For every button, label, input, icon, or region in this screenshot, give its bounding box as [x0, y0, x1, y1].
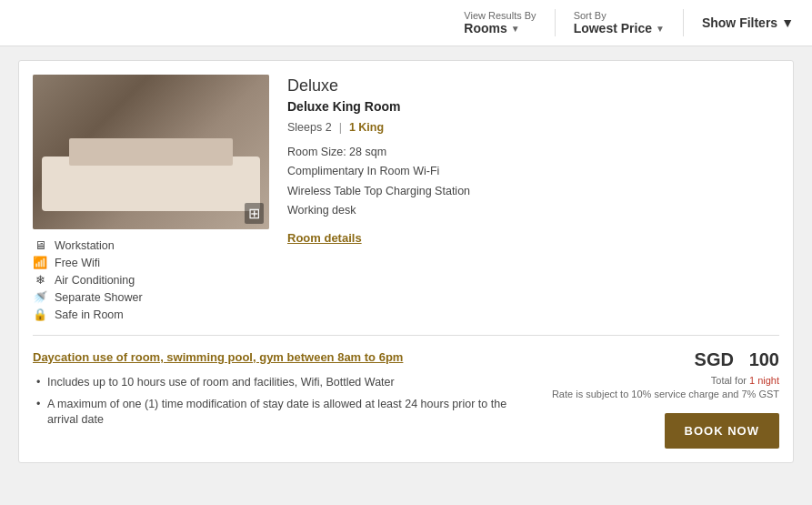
top-bar-separator-2 [683, 9, 684, 36]
sort-by-chevron-icon: ▼ [656, 24, 665, 34]
top-bar: View Results By Rooms ▼ Sort By Lowest P… [0, 0, 812, 46]
top-bar-separator [555, 9, 556, 36]
view-results-value[interactable]: Rooms ▼ [464, 21, 519, 35]
main-content: ⊞ 🖥 Workstation 📶 Free Wifi ❄ [0, 46, 812, 477]
view-results-group[interactable]: View Results By Rooms ▼ [464, 10, 536, 35]
view-results-chevron-icon: ▼ [511, 24, 520, 34]
image-section: ⊞ 🖥 Workstation 📶 Free Wifi ❄ [33, 75, 269, 321]
show-filters-button[interactable]: Show Filters ▼ [702, 15, 794, 30]
amenity-workstation: 🖥 Workstation [33, 238, 269, 252]
room-image: ⊞ [33, 75, 269, 229]
amenity-wifi: 📶 Free Wifi [33, 256, 269, 269]
deal-bullet-2: A maximum of one (1) time modification o… [33, 397, 534, 429]
sort-by-value[interactable]: Lowest Price ▼ [574, 21, 665, 35]
workstation-icon: 🖥 [33, 238, 47, 252]
amenity-workstation-label: Workstation [55, 239, 115, 252]
sleeps-info: Sleeps 2 [287, 121, 332, 134]
amenity-ac: ❄ Air Conditioning [33, 273, 269, 287]
nights-highlight: 1 night [749, 375, 779, 386]
total-note: Total for 1 night [711, 375, 779, 386]
amenity-ac-label: Air Conditioning [55, 274, 135, 287]
amenity-shower-label: Separate Shower [55, 291, 143, 304]
deal-section: Daycation use of room, swimming pool, gy… [33, 349, 534, 434]
room-details-link[interactable]: Room details [287, 231, 362, 245]
bed-type: 1 King [349, 121, 384, 134]
room-specs: Room Size: 28 sqm Complimentary In Room … [287, 143, 779, 220]
page-wrapper: View Results By Rooms ▼ Sort By Lowest P… [0, 0, 812, 505]
sort-by-group[interactable]: Sort By Lowest Price ▼ [574, 10, 665, 35]
room-feature2: Wireless Table Top Charging Station [287, 182, 779, 201]
room-category: Deluxe [287, 76, 779, 96]
price-book-section: SGD 100 Total for 1 night Rate is subjec… [552, 349, 779, 449]
amenities-list: 🖥 Workstation 📶 Free Wifi ❄ Air Conditio… [33, 238, 269, 321]
safe-icon: 🔒 [33, 308, 47, 321]
amenity-safe: 🔒 Safe in Room [33, 308, 269, 321]
shower-icon: 🚿 [33, 290, 47, 304]
ac-icon: ❄ [33, 273, 47, 287]
room-feature1: Complimentary In Room Wi-Fi [287, 162, 779, 181]
meta-separator: | [339, 121, 342, 134]
deal-title[interactable]: Daycation use of room, swimming pool, gy… [33, 349, 534, 366]
room-card-bottom: Daycation use of room, swimming pool, gy… [19, 336, 793, 462]
room-size: Room Size: 28 sqm [287, 143, 779, 162]
room-meta: Sleeps 2 | 1 King [287, 121, 779, 134]
price-note: Total for 1 night Rate is subject to 10%… [552, 374, 779, 402]
view-results-label: View Results By [464, 10, 536, 21]
wifi-icon: 📶 [33, 256, 47, 269]
deal-bullet-1: Includes up to 10 hours use of room and … [33, 375, 534, 391]
show-filters-chevron-icon: ▼ [781, 15, 794, 30]
room-card-top: ⊞ 🖥 Workstation 📶 Free Wifi ❄ [19, 61, 793, 335]
image-gallery-icon[interactable]: ⊞ [245, 203, 264, 224]
room-name: Deluxe King Room [287, 99, 779, 114]
sort-by-label: Sort By [574, 10, 606, 21]
tax-note: Rate is subject to 10% service charge an… [552, 389, 779, 399]
amenity-shower: 🚿 Separate Shower [33, 290, 269, 304]
amenity-safe-label: Safe in Room [55, 308, 124, 321]
deal-bullets: Includes up to 10 hours use of room and … [33, 375, 534, 429]
room-card: ⊞ 🖥 Workstation 📶 Free Wifi ❄ [18, 60, 794, 463]
room-feature3: Working desk [287, 201, 779, 220]
room-details: Deluxe Deluxe King Room Sleeps 2 | 1 Kin… [287, 75, 779, 321]
book-now-button[interactable]: BOOK NOW [665, 413, 779, 449]
price-amount: 100 [749, 349, 779, 369]
price-display: SGD 100 [695, 349, 779, 370]
amenity-wifi-label: Free Wifi [55, 257, 100, 269]
currency: SGD [695, 349, 734, 369]
